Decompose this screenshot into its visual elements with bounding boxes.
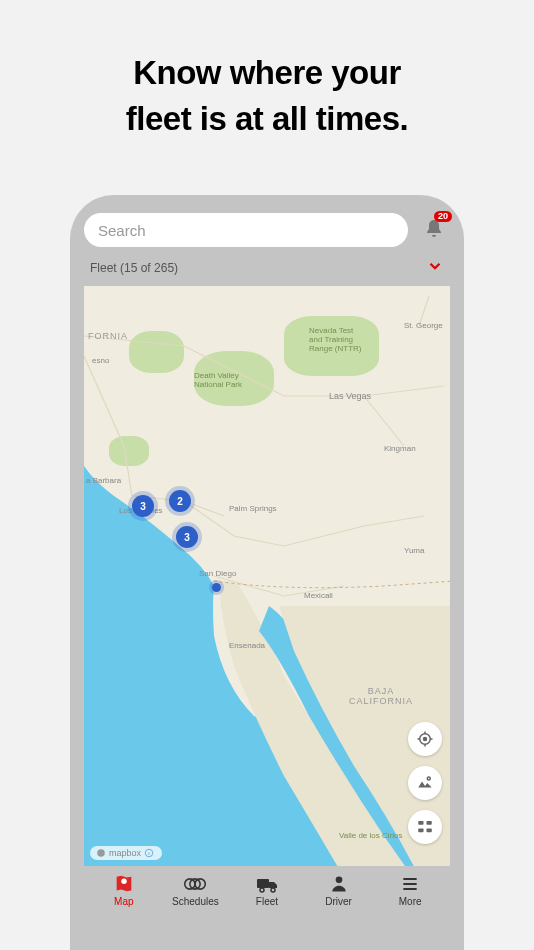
map-cluster-marker[interactable]: 2 — [169, 490, 191, 512]
map-label-mexicali: Mexicali — [304, 591, 333, 600]
map-attribution-text: mapbox — [109, 848, 141, 858]
notification-count-badge: 20 — [434, 211, 452, 222]
svg-rect-5 — [418, 829, 423, 833]
terrain-icon — [416, 774, 434, 792]
map-cluster-marker[interactable]: 3 — [176, 526, 198, 548]
svg-point-14 — [260, 888, 264, 892]
nav-tab-more[interactable]: More — [380, 874, 440, 907]
map-label-california: FORNIA — [88, 331, 128, 341]
vehicle-filter-button[interactable] — [408, 810, 442, 844]
headline-line-2: fleet is at all times. — [0, 96, 534, 142]
map-label-valle: Valle de los Cirios — [339, 831, 402, 840]
info-icon — [144, 848, 154, 858]
svg-rect-13 — [257, 879, 269, 888]
map-cluster-marker[interactable]: 3 — [132, 495, 154, 517]
fleet-status-text: Fleet (15 of 265) — [90, 261, 178, 275]
map-pin-icon — [113, 873, 135, 895]
map-label-palm-springs: Palm Springs — [229, 504, 277, 513]
nav-label-schedules: Schedules — [172, 896, 219, 907]
trucks-grid-icon — [416, 818, 434, 836]
menu-icon — [400, 874, 420, 894]
svg-point-7 — [97, 849, 105, 857]
svg-rect-3 — [418, 821, 423, 825]
map-label-kingman: Kingman — [384, 444, 416, 453]
map-label-barbara: a Barbara — [86, 476, 121, 485]
ocean-shape — [84, 286, 450, 866]
nav-label-more: More — [399, 896, 422, 907]
bottom-nav-bar: Map Schedules Fleet — [84, 866, 450, 907]
svg-point-2 — [427, 777, 430, 780]
headline-line-1: Know where your — [0, 50, 534, 96]
map-label-las-vegas: Las Vegas — [329, 391, 371, 401]
search-placeholder: Search — [98, 222, 146, 239]
clock-group-icon — [183, 874, 207, 894]
person-icon — [329, 874, 349, 894]
mapbox-logo-icon — [96, 848, 106, 858]
truck-icon — [255, 874, 279, 894]
fleet-status-row[interactable]: Fleet (15 of 265) — [84, 247, 450, 284]
svg-point-9 — [121, 879, 127, 885]
map-attribution[interactable]: mapbox — [90, 846, 162, 860]
notifications-button[interactable]: 20 — [418, 214, 450, 246]
nav-label-fleet: Fleet — [256, 896, 278, 907]
search-input[interactable]: Search — [84, 213, 408, 247]
map-layers-button[interactable] — [408, 766, 442, 800]
top-bar: Search 20 — [84, 209, 450, 247]
locate-me-button[interactable] — [408, 722, 442, 756]
nav-tab-schedules[interactable]: Schedules — [165, 874, 225, 907]
chevron-down-icon — [426, 257, 444, 278]
svg-rect-4 — [427, 821, 432, 825]
nav-tab-driver[interactable]: Driver — [309, 874, 369, 907]
nav-tab-map[interactable]: Map — [94, 874, 154, 907]
svg-rect-6 — [427, 829, 432, 833]
map-label-st-george: St. George — [404, 321, 443, 330]
map-label-ensenada: Ensenada — [229, 641, 265, 650]
map-label-yuma: Yuma — [404, 546, 424, 555]
map-label-san-diego: San Diego — [199, 569, 236, 578]
crosshair-icon — [416, 730, 434, 748]
svg-point-15 — [271, 888, 275, 892]
nav-label-driver: Driver — [325, 896, 352, 907]
map-label-baja: BAJA CALIFORNIA — [349, 686, 413, 706]
map-label-nevada-test: Nevada Test and Training Range (NTTR) — [309, 326, 361, 353]
map-vehicle-marker[interactable] — [212, 583, 221, 592]
map-label-death-valley: Death Valley National Park — [194, 371, 242, 389]
nav-tab-fleet[interactable]: Fleet — [237, 874, 297, 907]
nav-label-map: Map — [114, 896, 133, 907]
map-label-fresno: esno — [92, 356, 109, 365]
phone-frame: Search 20 Fleet (15 of 265) — [70, 195, 464, 950]
promo-headline: Know where your fleet is at all times. — [0, 0, 534, 142]
map-view[interactable]: FORNIA esno St. George Nevada Test and T… — [84, 286, 450, 866]
svg-point-16 — [335, 877, 342, 884]
svg-point-1 — [424, 738, 427, 741]
